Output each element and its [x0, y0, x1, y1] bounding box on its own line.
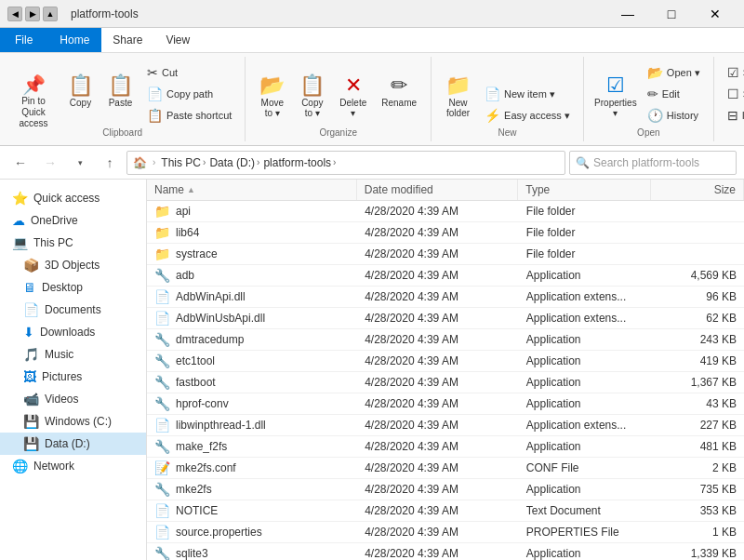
title-bar-title: platform-tools — [71, 7, 139, 20]
maximize-button[interactable]: □ — [650, 0, 693, 28]
edit-button[interactable]: ✏ Edit — [642, 84, 706, 104]
sidebar-item-3d-objects[interactable]: 📦 3D Objects — [0, 254, 146, 276]
paste-button[interactable]: 📋 Paste — [101, 72, 140, 126]
select-all-button[interactable]: ☑ Select all — [722, 62, 744, 83]
ribbon-content: 📌 Pin to Quickaccess 📋 Copy 📋 Paste ✂ — [0, 52, 744, 145]
new-item-label: New item ▾ — [504, 88, 555, 100]
table-row[interactable]: 🔧 fastboot 4/28/2020 4:39 AM Application… — [147, 372, 744, 393]
breadcrumb-this-pc[interactable]: This PC › — [161, 156, 206, 169]
new-item-button[interactable]: 📄 New item ▾ — [479, 84, 576, 104]
table-row[interactable]: 📁 systrace 4/28/2020 4:39 AM File folder — [147, 244, 744, 265]
table-row[interactable]: 📄 NOTICE 4/28/2020 4:39 AM Text Document… — [147, 500, 744, 522]
ribbon-group-organize: 📂 Moveto ▾ 📋 Copyto ▾ ✕ Delete▾ ✏ Rename… — [246, 57, 432, 141]
select-none-button[interactable]: ☐ Select none — [722, 84, 744, 104]
tab-file[interactable]: File — [0, 28, 48, 52]
sidebar-item-videos[interactable]: 📹 Videos — [0, 388, 146, 410]
file-icon-lib64: 📁 — [154, 225, 170, 240]
file-icon-libwinpthread: 📄 — [154, 418, 170, 433]
file-name-libwinpthread: libwinpthread-1.dll — [176, 419, 266, 432]
minimize-button[interactable]: — — [606, 0, 649, 28]
recent-button[interactable]: ▾ — [67, 150, 93, 176]
new-folder-button[interactable]: 📁 Newfolder — [439, 72, 477, 126]
sidebar-item-desktop[interactable]: 🖥 Desktop — [0, 276, 146, 299]
breadcrumb-home: 🏠 — [133, 156, 147, 169]
sidebar-item-data-d[interactable]: 💾 Data (D:) — [0, 433, 146, 455]
sidebar-item-documents[interactable]: 📄 Documents — [0, 299, 146, 321]
copy-button[interactable]: 📋 Copy — [61, 72, 100, 126]
move-to-icon: 📂 — [259, 75, 285, 96]
breadcrumb-data-d[interactable]: Data (D:) › — [209, 156, 259, 169]
easy-access-button[interactable]: ⚡ Easy access ▾ — [479, 105, 576, 126]
table-row[interactable]: 🔧 make_f2fs 4/28/2020 4:39 AM Applicatio… — [147, 436, 744, 458]
sidebar-item-downloads[interactable]: ⬇ Downloads — [0, 321, 146, 343]
network-icon: 🌐 — [12, 459, 28, 473]
col-header-type[interactable]: Type — [518, 180, 650, 200]
pictures-icon: 🖼 — [23, 369, 36, 384]
move-to-button[interactable]: 📂 Moveto ▾ — [253, 72, 291, 126]
table-row[interactable]: 🔧 hprof-conv 4/28/2020 4:39 AM Applicati… — [147, 393, 744, 415]
file-icon-source-properties: 📄 — [154, 525, 170, 540]
rename-button[interactable]: ✏ Rename — [375, 72, 423, 126]
sidebar-item-pictures[interactable]: 🖼 Pictures — [0, 366, 146, 388]
ribbon-tabs: File Home Share View — [0, 28, 744, 52]
table-row[interactable]: 🔧 sqlite3 4/28/2020 4:39 AM Application … — [147, 543, 744, 560]
delete-button[interactable]: ✕ Delete▾ — [333, 72, 373, 126]
copy-to-button[interactable]: 📋 Copyto ▾ — [293, 72, 331, 126]
col-header-date[interactable]: Date modified — [357, 180, 519, 200]
tab-home[interactable]: Home — [48, 28, 101, 52]
forward-button[interactable]: → — [37, 150, 63, 176]
invert-selection-button[interactable]: ⊟ Invert selection — [722, 105, 744, 126]
file-icon-dmtracedump: 🔧 — [154, 332, 170, 347]
paste-shortcut-button[interactable]: 📋 Paste shortcut — [141, 105, 237, 126]
close-button[interactable]: ✕ — [694, 0, 737, 28]
properties-button[interactable]: ☑ Properties▾ — [591, 72, 640, 126]
onedrive-label: OneDrive — [31, 214, 78, 227]
table-row[interactable]: 📁 api 4/28/2020 4:39 AM File folder — [147, 201, 744, 222]
search-bar[interactable]: 🔍 Search platform-tools — [569, 151, 737, 175]
table-row[interactable]: 🔧 dmtracedump 4/28/2020 4:39 AM Applicat… — [147, 329, 744, 351]
address-bar[interactable]: 🏠 › This PC › Data (D:) › platform-tools… — [126, 151, 565, 175]
table-row[interactable]: 📄 libwinpthread-1.dll 4/28/2020 4:39 AM … — [147, 415, 744, 436]
table-row[interactable]: 📄 AdbWinUsbApi.dll 4/28/2020 4:39 AM App… — [147, 308, 744, 329]
copy-path-button[interactable]: 📄 Copy path — [141, 84, 237, 104]
up-button[interactable]: ↑ — [97, 150, 123, 176]
file-name-sqlite3: sqlite3 — [176, 547, 208, 560]
sidebar-item-music[interactable]: 🎵 Music — [0, 343, 146, 366]
sidebar-item-network[interactable]: 🌐 Network — [0, 455, 146, 477]
tab-share[interactable]: Share — [101, 28, 154, 52]
col-header-name[interactable]: Name ▲ — [147, 180, 357, 200]
file-name-lib64: lib64 — [176, 226, 199, 239]
sidebar-item-this-pc[interactable]: 💻 This PC — [0, 232, 146, 254]
table-row[interactable]: 📄 AdbWinApi.dll 4/28/2020 4:39 AM Applic… — [147, 287, 744, 308]
edit-label: Edit — [662, 88, 680, 100]
organize-buttons: 📂 Moveto ▾ 📋 Copyto ▾ ✕ Delete▾ ✏ Rename — [253, 59, 423, 126]
cut-button[interactable]: ✂ Cut — [141, 62, 237, 83]
file-size-adbwinapi: 96 KB — [651, 287, 744, 306]
sidebar-item-quick-access[interactable]: ⭐ Quick access — [0, 187, 146, 209]
file-date-dmtracedump: 4/28/2020 4:39 AM — [357, 330, 519, 349]
file-type-systrace: File folder — [519, 245, 651, 263]
table-row[interactable]: 🔧 etc1tool 4/28/2020 4:39 AM Application… — [147, 351, 744, 372]
properties-label: Properties▾ — [594, 98, 637, 118]
paste-shortcut-label: Paste shortcut — [166, 110, 232, 121]
table-row[interactable]: 🔧 mke2fs 4/28/2020 4:39 AM Application 7… — [147, 479, 744, 500]
sidebar-item-windows-c[interactable]: 💾 Windows (C:) — [0, 410, 146, 433]
rename-icon: ✏ — [391, 75, 407, 96]
pin-to-quick-access-button[interactable]: 📌 Pin to Quickaccess — [7, 72, 60, 126]
sidebar-item-onedrive[interactable]: ☁ OneDrive — [0, 209, 146, 232]
file-type-hprof-conv: Application — [519, 394, 651, 413]
organize-label: Organize — [319, 126, 357, 140]
table-row[interactable]: 📁 lib64 4/28/2020 4:39 AM File folder — [147, 222, 744, 244]
paste-label: Paste — [109, 98, 133, 108]
file-name-etc1tool: etc1tool — [176, 354, 215, 367]
col-header-size[interactable]: Size — [651, 180, 744, 200]
history-button[interactable]: 🕐 History — [642, 105, 706, 126]
tab-view[interactable]: View — [154, 28, 202, 52]
open-button[interactable]: 📂 Open ▾ — [642, 62, 706, 83]
file-name-dmtracedump: dmtracedump — [176, 333, 244, 346]
breadcrumb-platform-tools[interactable]: platform-tools › — [263, 156, 336, 169]
table-row[interactable]: 🔧 adb 4/28/2020 4:39 AM Application 4,56… — [147, 265, 744, 287]
table-row[interactable]: 📄 source.properties 4/28/2020 4:39 AM PR… — [147, 522, 744, 543]
table-row[interactable]: 📝 mke2fs.conf 4/28/2020 4:39 AM CONF Fil… — [147, 458, 744, 479]
back-button[interactable]: ← — [7, 150, 33, 176]
